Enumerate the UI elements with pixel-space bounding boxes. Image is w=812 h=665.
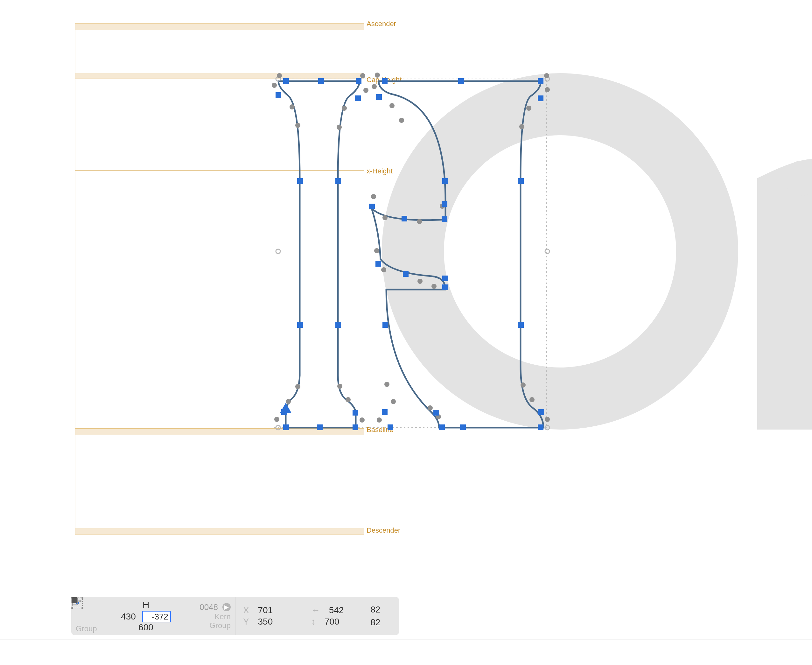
- svg-rect-82: [433, 410, 439, 416]
- svg-point-90: [82, 597, 83, 599]
- y-value[interactable]: 350: [258, 617, 273, 627]
- svg-rect-16: [297, 178, 303, 184]
- svg-rect-36: [382, 78, 388, 84]
- svg-point-47: [399, 118, 404, 123]
- svg-rect-70: [382, 409, 388, 415]
- svg-point-40: [545, 87, 550, 92]
- svg-point-20: [295, 384, 300, 389]
- left-stem[interactable]: [278, 81, 360, 428]
- svg-rect-57: [442, 201, 447, 207]
- svg-point-45: [372, 84, 377, 89]
- filled-node-count: 82: [370, 617, 380, 627]
- svg-point-21: [286, 399, 291, 404]
- svg-point-91: [71, 607, 73, 609]
- svg-rect-96: [72, 598, 77, 603]
- svg-point-33: [290, 104, 295, 110]
- glyph-name[interactable]: H: [142, 599, 149, 610]
- svg-rect-37: [458, 78, 464, 84]
- svg-point-71: [377, 418, 382, 423]
- svg-point-35: [375, 72, 380, 78]
- glyph-svg[interactable]: [0, 0, 812, 665]
- svg-point-81: [427, 405, 433, 411]
- svg-point-76: [545, 417, 550, 422]
- svg-rect-77: [539, 409, 544, 415]
- svg-point-69: [391, 399, 396, 404]
- svg-point-23: [274, 417, 279, 422]
- svg-rect-25: [317, 424, 323, 430]
- svg-rect-24: [283, 424, 289, 430]
- svg-point-29: [345, 397, 350, 402]
- svg-rect-49: [518, 178, 524, 184]
- svg-rect-72: [388, 424, 393, 430]
- svg-rect-31: [275, 92, 281, 98]
- svg-point-51: [371, 194, 376, 199]
- svg-rect-67: [383, 322, 388, 328]
- svg-rect-38: [538, 78, 544, 84]
- width-arrow-icon: ↔: [311, 605, 320, 615]
- svg-rect-9: [318, 78, 324, 84]
- svg-point-46: [390, 103, 395, 108]
- svg-rect-26: [352, 424, 358, 430]
- svg-point-39: [544, 73, 549, 78]
- svg-point-15: [337, 125, 342, 130]
- svg-point-7: [277, 73, 282, 78]
- height-arrow-icon: ↕: [311, 617, 316, 627]
- advance-width[interactable]: 600: [138, 622, 153, 632]
- svg-rect-8: [283, 78, 289, 84]
- lsb-value[interactable]: 430: [121, 611, 136, 622]
- svg-rect-58: [375, 261, 381, 267]
- svg-rect-73: [460, 424, 466, 430]
- svg-rect-28: [352, 410, 358, 416]
- svg-rect-60: [403, 271, 409, 277]
- svg-rect-64: [442, 275, 448, 281]
- sel-width[interactable]: 542: [329, 605, 344, 615]
- svg-rect-66: [518, 322, 524, 328]
- svg-rect-74: [439, 424, 445, 430]
- svg-point-61: [417, 279, 422, 284]
- svg-point-5: [276, 249, 280, 254]
- svg-rect-48: [442, 178, 448, 184]
- x-value[interactable]: 701: [258, 605, 273, 615]
- svg-rect-22: [281, 409, 287, 415]
- svg-point-59: [381, 267, 386, 272]
- svg-point-65: [374, 248, 379, 253]
- edit-canvas[interactable]: Ascender Cap Height x-Height Baseline De…: [0, 0, 812, 665]
- svg-point-12: [363, 88, 368, 93]
- svg-point-92: [82, 607, 83, 609]
- svg-rect-10: [356, 78, 362, 84]
- svg-rect-19: [336, 322, 341, 328]
- svg-rect-75: [538, 424, 544, 430]
- svg-point-30: [337, 384, 342, 389]
- sel-height[interactable]: 700: [324, 617, 339, 627]
- y-label: Y: [243, 617, 249, 627]
- svg-point-78: [529, 397, 535, 402]
- svg-point-52: [383, 215, 388, 220]
- svg-rect-13: [355, 95, 361, 101]
- svg-rect-63: [442, 285, 448, 290]
- group-right-label: Group: [210, 621, 231, 630]
- svg-rect-18: [297, 322, 303, 328]
- svg-rect-55: [442, 216, 447, 222]
- svg-rect-44: [376, 94, 382, 100]
- next-glyph-icon[interactable]: ▶: [223, 603, 231, 611]
- bottom-divider: [0, 640, 812, 640]
- svg-rect-41: [538, 95, 544, 101]
- svg-point-62: [431, 284, 437, 289]
- svg-point-34: [295, 123, 300, 128]
- svg-point-32: [272, 83, 277, 88]
- svg-rect-17: [336, 178, 341, 184]
- neighbor-glyphs: [382, 73, 812, 429]
- info-panel: Group H 430 600 0048 ▶ Kern Group: [71, 597, 399, 635]
- open-node-count: 82: [370, 604, 380, 615]
- svg-point-11: [360, 73, 365, 78]
- svg-point-42: [526, 106, 531, 111]
- svg-point-27: [360, 418, 365, 423]
- rsb-input[interactable]: [142, 611, 171, 622]
- x-label: X: [243, 605, 249, 615]
- svg-point-43: [519, 124, 524, 129]
- svg-point-54: [417, 219, 422, 224]
- kern-label: Kern: [214, 612, 231, 621]
- svg-point-14: [342, 106, 347, 111]
- svg-point-68: [385, 382, 390, 387]
- unicode-value[interactable]: 0048: [200, 602, 218, 612]
